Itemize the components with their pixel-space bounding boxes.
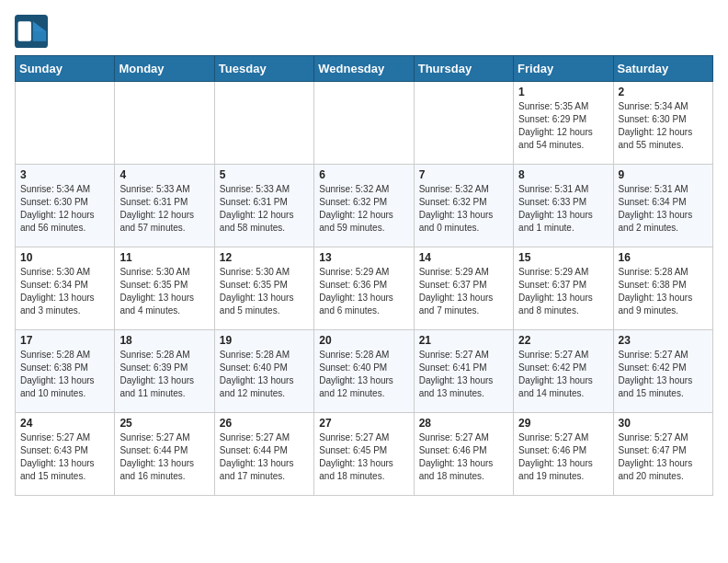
day-number: 18 xyxy=(119,334,209,347)
calendar-cell: 30Sunrise: 5:27 AM Sunset: 6:47 PM Dayli… xyxy=(613,413,712,496)
calendar-cell: 26Sunrise: 5:27 AM Sunset: 6:44 PM Dayli… xyxy=(214,413,313,496)
calendar-cell: 6Sunrise: 5:32 AM Sunset: 6:32 PM Daylig… xyxy=(314,165,414,247)
day-number: 9 xyxy=(619,168,708,181)
day-info: Sunrise: 5:32 AM Sunset: 6:32 PM Dayligh… xyxy=(419,183,508,235)
day-number: 28 xyxy=(419,417,508,430)
day-info: Sunrise: 5:28 AM Sunset: 6:39 PM Dayligh… xyxy=(119,349,209,400)
calendar-cell: 11Sunrise: 5:30 AM Sunset: 6:35 PM Dayli… xyxy=(115,247,214,330)
day-info: Sunrise: 5:27 AM Sunset: 6:47 PM Dayligh… xyxy=(619,431,708,483)
day-info: Sunrise: 5:30 AM Sunset: 6:35 PM Dayligh… xyxy=(220,266,309,317)
weekday-header-sunday: Sunday xyxy=(16,56,115,82)
day-number: 21 xyxy=(419,334,508,347)
day-number: 27 xyxy=(319,417,408,430)
calendar-cell: 25Sunrise: 5:27 AM Sunset: 6:44 PM Dayli… xyxy=(115,413,214,496)
svg-marker-2 xyxy=(33,31,46,41)
day-number: 5 xyxy=(220,168,309,181)
calendar-cell: 7Sunrise: 5:32 AM Sunset: 6:32 PM Daylig… xyxy=(414,165,513,247)
day-number: 23 xyxy=(619,334,708,347)
day-number: 17 xyxy=(20,334,109,347)
calendar-cell: 10Sunrise: 5:30 AM Sunset: 6:34 PM Dayli… xyxy=(16,247,115,330)
calendar-cell xyxy=(214,82,313,165)
calendar-cell xyxy=(115,82,214,165)
day-number: 20 xyxy=(319,334,408,347)
day-number: 13 xyxy=(319,251,408,264)
day-number: 14 xyxy=(419,251,508,264)
day-info: Sunrise: 5:31 AM Sunset: 6:34 PM Dayligh… xyxy=(619,183,708,235)
day-info: Sunrise: 5:29 AM Sunset: 6:37 PM Dayligh… xyxy=(518,266,608,317)
calendar-cell xyxy=(314,82,414,165)
calendar-cell: 17Sunrise: 5:28 AM Sunset: 6:38 PM Dayli… xyxy=(16,330,115,413)
day-info: Sunrise: 5:32 AM Sunset: 6:32 PM Dayligh… xyxy=(319,183,408,235)
day-info: Sunrise: 5:28 AM Sunset: 6:40 PM Dayligh… xyxy=(319,349,408,400)
week-row-5: 24Sunrise: 5:27 AM Sunset: 6:43 PM Dayli… xyxy=(16,413,713,496)
calendar-cell: 4Sunrise: 5:33 AM Sunset: 6:31 PM Daylig… xyxy=(115,165,214,247)
weekday-header-friday: Friday xyxy=(514,56,613,82)
weekday-header-wednesday: Wednesday xyxy=(314,56,414,82)
day-number: 2 xyxy=(619,86,708,98)
logo xyxy=(15,15,51,48)
day-number: 4 xyxy=(119,168,209,181)
calendar-cell: 22Sunrise: 5:27 AM Sunset: 6:42 PM Dayli… xyxy=(514,330,613,413)
calendar-cell: 1Sunrise: 5:35 AM Sunset: 6:29 PM Daylig… xyxy=(514,82,613,165)
calendar-cell: 12Sunrise: 5:30 AM Sunset: 6:35 PM Dayli… xyxy=(214,247,313,330)
calendar-cell: 16Sunrise: 5:28 AM Sunset: 6:38 PM Dayli… xyxy=(613,247,712,330)
day-info: Sunrise: 5:27 AM Sunset: 6:42 PM Dayligh… xyxy=(619,349,708,400)
calendar-cell: 27Sunrise: 5:27 AM Sunset: 6:45 PM Dayli… xyxy=(314,413,414,496)
day-number: 11 xyxy=(119,251,209,264)
weekday-header-saturday: Saturday xyxy=(613,56,712,82)
day-info: Sunrise: 5:34 AM Sunset: 6:30 PM Dayligh… xyxy=(619,100,708,152)
svg-rect-3 xyxy=(18,21,31,41)
day-number: 7 xyxy=(419,168,508,181)
calendar-cell: 20Sunrise: 5:28 AM Sunset: 6:40 PM Dayli… xyxy=(314,330,414,413)
calendar-cell: 15Sunrise: 5:29 AM Sunset: 6:37 PM Dayli… xyxy=(514,247,613,330)
day-info: Sunrise: 5:33 AM Sunset: 6:31 PM Dayligh… xyxy=(220,183,309,235)
day-number: 6 xyxy=(319,168,408,181)
day-number: 29 xyxy=(518,417,608,430)
day-number: 24 xyxy=(20,417,109,430)
calendar-cell: 9Sunrise: 5:31 AM Sunset: 6:34 PM Daylig… xyxy=(613,165,712,247)
week-row-4: 17Sunrise: 5:28 AM Sunset: 6:38 PM Dayli… xyxy=(16,330,713,413)
day-number: 26 xyxy=(220,417,309,430)
day-info: Sunrise: 5:27 AM Sunset: 6:44 PM Dayligh… xyxy=(119,431,209,483)
day-info: Sunrise: 5:27 AM Sunset: 6:46 PM Dayligh… xyxy=(419,431,508,483)
calendar-cell: 21Sunrise: 5:27 AM Sunset: 6:41 PM Dayli… xyxy=(414,330,513,413)
day-info: Sunrise: 5:31 AM Sunset: 6:33 PM Dayligh… xyxy=(518,183,608,235)
week-row-1: 1Sunrise: 5:35 AM Sunset: 6:29 PM Daylig… xyxy=(16,82,713,165)
day-info: Sunrise: 5:30 AM Sunset: 6:35 PM Dayligh… xyxy=(119,266,209,317)
day-info: Sunrise: 5:33 AM Sunset: 6:31 PM Dayligh… xyxy=(119,183,209,235)
calendar-cell xyxy=(414,82,513,165)
calendar-cell: 24Sunrise: 5:27 AM Sunset: 6:43 PM Dayli… xyxy=(16,413,115,496)
day-info: Sunrise: 5:29 AM Sunset: 6:37 PM Dayligh… xyxy=(419,266,508,317)
calendar-cell: 29Sunrise: 5:27 AM Sunset: 6:46 PM Dayli… xyxy=(514,413,613,496)
calendar-cell: 19Sunrise: 5:28 AM Sunset: 6:40 PM Dayli… xyxy=(214,330,313,413)
logo-icon xyxy=(15,15,48,48)
day-number: 22 xyxy=(518,334,608,347)
page-header xyxy=(15,15,713,48)
day-number: 12 xyxy=(220,251,309,264)
day-info: Sunrise: 5:27 AM Sunset: 6:45 PM Dayligh… xyxy=(319,431,408,483)
day-number: 30 xyxy=(619,417,708,430)
day-info: Sunrise: 5:28 AM Sunset: 6:40 PM Dayligh… xyxy=(220,349,309,400)
day-info: Sunrise: 5:27 AM Sunset: 6:44 PM Dayligh… xyxy=(220,431,309,483)
day-info: Sunrise: 5:27 AM Sunset: 6:42 PM Dayligh… xyxy=(518,349,608,400)
weekday-header-row: SundayMondayTuesdayWednesdayThursdayFrid… xyxy=(16,56,713,82)
weekday-header-tuesday: Tuesday xyxy=(214,56,313,82)
day-number: 1 xyxy=(518,86,608,98)
day-info: Sunrise: 5:30 AM Sunset: 6:34 PM Dayligh… xyxy=(20,266,109,317)
weekday-header-thursday: Thursday xyxy=(414,56,513,82)
calendar-table: SundayMondayTuesdayWednesdayThursdayFrid… xyxy=(15,55,713,496)
calendar-cell: 13Sunrise: 5:29 AM Sunset: 6:36 PM Dayli… xyxy=(314,247,414,330)
day-info: Sunrise: 5:29 AM Sunset: 6:36 PM Dayligh… xyxy=(319,266,408,317)
day-info: Sunrise: 5:28 AM Sunset: 6:38 PM Dayligh… xyxy=(619,266,708,317)
calendar-cell: 5Sunrise: 5:33 AM Sunset: 6:31 PM Daylig… xyxy=(214,165,313,247)
day-number: 19 xyxy=(220,334,309,347)
day-info: Sunrise: 5:27 AM Sunset: 6:43 PM Dayligh… xyxy=(20,431,109,483)
calendar-cell: 18Sunrise: 5:28 AM Sunset: 6:39 PM Dayli… xyxy=(115,330,214,413)
week-row-2: 3Sunrise: 5:34 AM Sunset: 6:30 PM Daylig… xyxy=(16,165,713,247)
day-number: 8 xyxy=(518,168,608,181)
day-info: Sunrise: 5:27 AM Sunset: 6:46 PM Dayligh… xyxy=(518,431,608,483)
week-row-3: 10Sunrise: 5:30 AM Sunset: 6:34 PM Dayli… xyxy=(16,247,713,330)
calendar-cell: 8Sunrise: 5:31 AM Sunset: 6:33 PM Daylig… xyxy=(514,165,613,247)
day-info: Sunrise: 5:34 AM Sunset: 6:30 PM Dayligh… xyxy=(20,183,109,235)
day-number: 15 xyxy=(518,251,608,264)
